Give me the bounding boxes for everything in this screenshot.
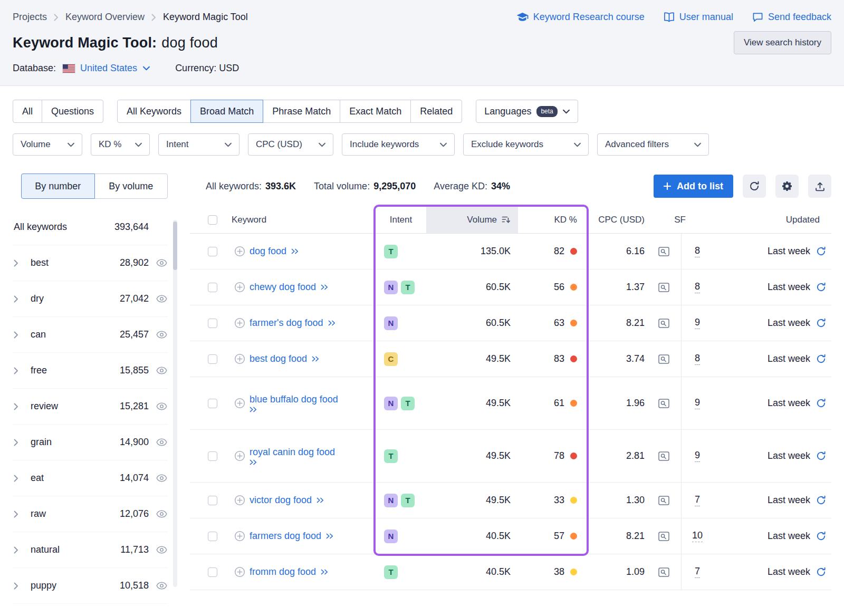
refresh-metrics-icon[interactable] xyxy=(816,282,826,292)
open-keyword-icon[interactable] xyxy=(321,569,329,575)
breadcrumb-projects[interactable]: Projects xyxy=(13,12,47,23)
filter-kd[interactable]: KD % xyxy=(91,133,150,156)
sf-value[interactable]: 10 xyxy=(692,530,703,542)
expand-chevron-icon[interactable] xyxy=(13,367,26,374)
eye-icon[interactable] xyxy=(156,510,168,518)
scrollbar-thumb[interactable] xyxy=(173,222,177,270)
sidebar-group-dry[interactable]: dry27,042 xyxy=(13,281,168,317)
eye-icon[interactable] xyxy=(156,438,168,446)
settings-button[interactable] xyxy=(775,175,799,198)
open-keyword-icon[interactable] xyxy=(321,284,329,290)
row-checkbox[interactable] xyxy=(208,567,217,577)
refresh-metrics-icon[interactable] xyxy=(816,354,826,364)
add-keyword-icon[interactable] xyxy=(234,566,245,578)
row-checkbox[interactable] xyxy=(208,399,217,408)
refresh-metrics-icon[interactable] xyxy=(816,567,826,577)
expand-chevron-icon[interactable] xyxy=(13,259,26,267)
eye-icon[interactable] xyxy=(156,474,168,482)
row-checkbox[interactable] xyxy=(208,283,217,292)
expand-chevron-icon[interactable] xyxy=(13,475,26,482)
add-keyword-icon[interactable] xyxy=(234,353,245,364)
sidebar-group-can[interactable]: can25,457 xyxy=(13,317,168,353)
refresh-metrics-icon[interactable] xyxy=(816,451,826,461)
sidebar-group-best[interactable]: best28,902 xyxy=(13,245,168,281)
column-header-kd[interactable]: KD % xyxy=(518,206,587,233)
select-all-checkbox[interactable] xyxy=(208,215,217,225)
sf-value[interactable]: 8 xyxy=(695,353,700,365)
export-button[interactable] xyxy=(808,175,831,198)
eye-icon[interactable] xyxy=(156,546,168,554)
serp-preview-icon[interactable] xyxy=(658,247,669,256)
open-keyword-icon[interactable] xyxy=(312,356,320,362)
keyword-link[interactable]: royal canin dog food xyxy=(250,447,335,458)
serp-preview-icon[interactable] xyxy=(658,319,669,328)
serp-preview-icon[interactable] xyxy=(658,567,669,577)
keyword-link[interactable]: dog food xyxy=(250,246,286,257)
keyword-link[interactable]: best dog food xyxy=(250,353,307,364)
column-header-volume[interactable]: Volume xyxy=(426,206,518,233)
serp-preview-icon[interactable] xyxy=(658,532,669,541)
breadcrumb-keyword-overview[interactable]: Keyword Overview xyxy=(65,12,145,23)
eye-icon[interactable] xyxy=(156,331,168,339)
refresh-button[interactable] xyxy=(743,175,766,198)
database-selector[interactable]: United States xyxy=(62,63,150,74)
tab-questions[interactable]: Questions xyxy=(42,100,103,123)
eye-icon[interactable] xyxy=(156,295,168,303)
tab-phrase-match[interactable]: Phrase Match xyxy=(263,100,340,123)
filter-intent[interactable]: Intent xyxy=(158,133,239,156)
keyword-link[interactable]: chewy dog food xyxy=(250,282,316,293)
user-manual-link[interactable]: User manual xyxy=(664,12,733,23)
keyword-link[interactable]: farmers dog food xyxy=(250,531,321,542)
tab-all[interactable]: All xyxy=(13,100,42,123)
filter-volume[interactable]: Volume xyxy=(13,133,82,156)
open-keyword-icon[interactable] xyxy=(291,248,299,254)
serp-preview-icon[interactable] xyxy=(658,354,669,364)
sidebar-group-eat[interactable]: eat14,074 xyxy=(13,460,168,496)
sidebar-group-puppy[interactable]: puppy10,518 xyxy=(13,568,168,604)
keyword-research-course-link[interactable]: Keyword Research course xyxy=(516,12,645,23)
send-feedback-link[interactable]: Send feedback xyxy=(752,12,831,23)
eye-icon[interactable] xyxy=(156,259,168,267)
add-keyword-icon[interactable] xyxy=(234,246,245,257)
row-checkbox[interactable] xyxy=(208,247,217,256)
keyword-link[interactable]: fromm dog food xyxy=(250,566,316,578)
sidebar-group-review[interactable]: review15,281 xyxy=(13,389,168,425)
expand-chevron-icon[interactable] xyxy=(13,403,26,410)
refresh-metrics-icon[interactable] xyxy=(816,318,826,328)
row-checkbox[interactable] xyxy=(208,319,217,328)
row-checkbox[interactable] xyxy=(208,354,217,364)
add-keyword-icon[interactable] xyxy=(234,495,245,506)
tab-exact-match[interactable]: Exact Match xyxy=(340,100,411,123)
add-to-list-button[interactable]: Add to list xyxy=(654,175,733,198)
sidebar-group-free[interactable]: free15,855 xyxy=(13,353,168,389)
sidebar-all-keywords-row[interactable]: All keywords 393,644 xyxy=(13,209,168,245)
filter-exclude-keywords[interactable]: Exclude keywords xyxy=(463,133,589,156)
filter-include-keywords[interactable]: Include keywords xyxy=(342,133,455,156)
serp-preview-icon[interactable] xyxy=(658,496,669,505)
sf-value[interactable]: 8 xyxy=(695,281,700,293)
column-header-updated[interactable]: Updated xyxy=(713,206,831,233)
sf-value[interactable]: 7 xyxy=(695,566,700,578)
expand-chevron-icon[interactable] xyxy=(13,439,26,446)
open-keyword-icon[interactable] xyxy=(316,497,324,503)
eye-icon[interactable] xyxy=(156,582,168,590)
sf-value[interactable]: 8 xyxy=(695,245,700,257)
expand-chevron-icon[interactable] xyxy=(13,511,26,518)
sf-value[interactable]: 9 xyxy=(695,450,700,462)
expand-chevron-icon[interactable] xyxy=(13,582,26,590)
add-keyword-icon[interactable] xyxy=(234,450,245,461)
sidebar-group-raw[interactable]: raw12,076 xyxy=(13,496,168,532)
refresh-metrics-icon[interactable] xyxy=(816,495,826,505)
column-header-keyword[interactable]: Keyword xyxy=(227,206,376,233)
eye-icon[interactable] xyxy=(156,367,168,374)
expand-chevron-icon[interactable] xyxy=(13,546,26,554)
add-keyword-icon[interactable] xyxy=(234,317,245,329)
keyword-link[interactable]: farmer's dog food xyxy=(250,317,323,329)
add-keyword-icon[interactable] xyxy=(234,282,245,293)
column-header-cpc[interactable]: CPC (USD) xyxy=(587,206,647,233)
filter-advanced-filters[interactable]: Advanced filters xyxy=(597,133,709,156)
refresh-metrics-icon[interactable] xyxy=(816,531,826,541)
sidebar-group-natural[interactable]: natural11,713 xyxy=(13,532,168,568)
serp-preview-icon[interactable] xyxy=(658,451,669,461)
tab-all-keywords[interactable]: All Keywords xyxy=(117,100,191,123)
